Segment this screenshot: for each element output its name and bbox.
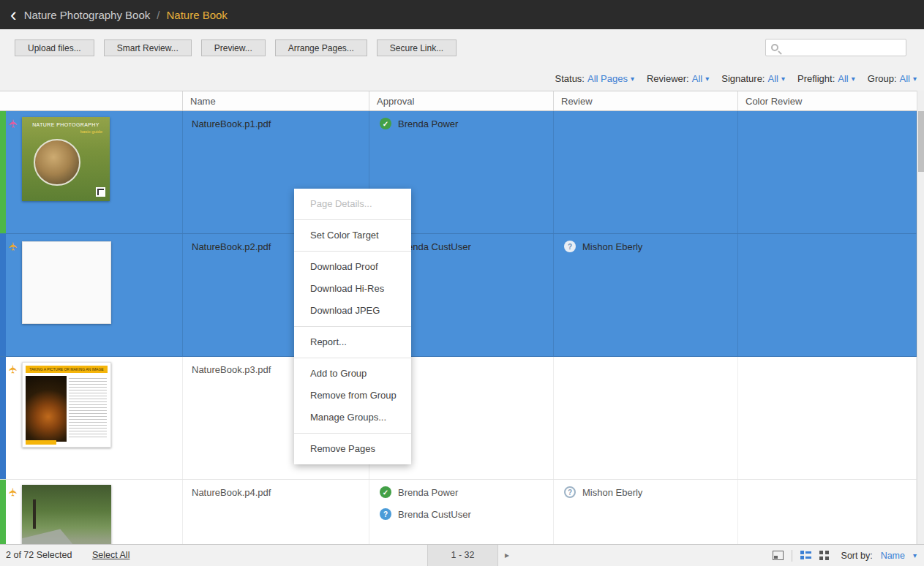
review-question-icon: ? <box>564 241 576 252</box>
breadcrumb-current: Nature Book <box>166 9 227 21</box>
park-path <box>22 529 91 544</box>
color-review-cell <box>738 234 917 356</box>
column-header-color-review[interactable]: Color Review <box>738 91 917 110</box>
filter-reviewer[interactable]: Reviewer: All ▾ <box>647 73 709 84</box>
filter-signature[interactable]: Signature: All ▾ <box>721 73 785 84</box>
scrollbar-thumb[interactable] <box>918 111 924 172</box>
color-review-cell <box>738 357 917 479</box>
page-thumbnail[interactable]: NATURE PHOTOGRAPHY basic guide <box>22 117 110 201</box>
search-icon <box>771 44 778 51</box>
statusbar-right-controls: Sort by: Name ▾ <box>773 545 917 566</box>
chevron-down-icon: ▾ <box>781 75 785 83</box>
breadcrumb-parent[interactable]: Nature Photography Book <box>24 9 151 21</box>
divider <box>792 550 792 562</box>
breadcrumb-separator: / <box>157 9 159 21</box>
column-header-approval[interactable]: Approval <box>369 91 554 110</box>
grid-view-icon[interactable] <box>819 551 829 560</box>
file-name: NatureBook.p1.pdf <box>183 111 271 129</box>
back-icon[interactable]: ‹ <box>10 1 17 28</box>
list-view-icon[interactable] <box>800 551 811 560</box>
selected-count: 2 of 72 Selected <box>6 545 72 566</box>
pages-table: Name Approval Review Color Review ✈ NATU… <box>0 91 917 544</box>
filter-signature-value: All <box>767 73 778 84</box>
search-input[interactable] <box>783 42 901 53</box>
toolbar-area: Upload files... Smart Review... Preview.… <box>0 29 924 91</box>
menu-item-download-proof[interactable]: Download Proof <box>294 256 411 278</box>
menu-item-remove-pages[interactable]: Remove Pages <box>294 438 411 460</box>
review-entry: ? Mishon Eberly <box>564 486 737 499</box>
table-body: ✈ NATURE PHOTOGRAPHY basic guide NatureB… <box>0 111 917 544</box>
approver-name: Brenda Power <box>398 118 458 129</box>
vertical-scrollbar[interactable] <box>917 91 924 544</box>
filter-group[interactable]: Group: All ▾ <box>868 73 917 84</box>
filter-reviewer-value: All <box>692 73 702 84</box>
filter-status[interactable]: Status: All Pages ▾ <box>555 73 634 84</box>
column-header-thumbnail <box>0 91 183 110</box>
chevron-down-icon: ▾ <box>852 75 855 83</box>
select-all-link[interactable]: Select All <box>92 545 129 566</box>
thumbnail-cell: ✈ TAKING A PICTURE OR MAKING AN IMAGE <box>0 357 183 479</box>
file-name: NatureBook.p2.pdf <box>183 234 271 252</box>
preview-panel-icon[interactable] <box>773 551 784 560</box>
thumbnail-cell: ✈ NATURE PHOTOGRAPHY basic guide <box>0 111 183 233</box>
thumbnail-headline: TAKING A PICTURE OR MAKING AN IMAGE <box>26 366 108 373</box>
review-cell: ? Mishon Eberly <box>554 480 738 544</box>
color-review-cell <box>738 480 917 544</box>
upload-files-button[interactable]: Upload files... <box>15 39 94 56</box>
filter-preflight[interactable]: Preflight: All ▾ <box>797 73 855 84</box>
page-thumbnail[interactable] <box>22 241 111 324</box>
review-entry: ? Mishon Eberly <box>564 240 737 253</box>
name-cell: NatureBook.p4.pdf <box>183 480 369 544</box>
secure-link-button[interactable]: Secure Link... <box>377 39 457 56</box>
arrange-pages-button[interactable]: Arrange Pages... <box>275 39 367 56</box>
thumbnail-cell: ✈ <box>0 234 183 356</box>
menu-item-manage-groups[interactable]: Manage Groups... <box>294 407 411 429</box>
table-row-p2[interactable]: ✈ NatureBook.p2.pdf ? Brenda CustUser ? <box>0 234 917 357</box>
filter-bar: Status: All Pages ▾ Reviewer: All ▾ Sign… <box>555 73 917 84</box>
table-row-p4[interactable]: ✈ NatureBook.p4.pdf ✓ Brenda Power ? <box>0 480 917 544</box>
sort-value[interactable]: Name <box>881 551 905 561</box>
plane-icon: ✈ <box>7 365 20 374</box>
pending-question-icon: ? <box>380 508 391 520</box>
color-review-cell <box>738 111 917 233</box>
table-row-p3[interactable]: ✈ TAKING A PICTURE OR MAKING AN IMAGE Na… <box>0 357 917 480</box>
file-name: NatureBook.p3.pdf <box>183 357 271 375</box>
column-header-review[interactable]: Review <box>554 91 738 110</box>
menu-item-download-jpeg[interactable]: Download JPEG <box>294 300 411 322</box>
menu-item-set-color-target[interactable]: Set Color Target <box>294 224 411 246</box>
page-thumbnail[interactable] <box>22 485 111 544</box>
menu-item-remove-from-group[interactable]: Remove from Group <box>294 385 411 407</box>
review-cell: ? Mishon Eberly <box>554 234 738 356</box>
thumbnail-text-lines <box>69 378 107 439</box>
owl-photo <box>34 139 80 186</box>
chevron-down-icon: ▾ <box>631 75 634 83</box>
page-thumbnail[interactable]: TAKING A PICTURE OR MAKING AN IMAGE <box>22 362 111 448</box>
search-box[interactable] <box>765 39 906 56</box>
topbar: ‹ Nature Photography Book / Nature Book <box>0 0 924 29</box>
approver-name: Brenda Power <box>398 487 458 498</box>
fox-photo <box>26 376 67 442</box>
approver-name: Brenda CustUser <box>398 509 471 520</box>
column-header-name[interactable]: Name <box>183 91 369 110</box>
plane-icon: ✈ <box>7 119 20 129</box>
status-strip <box>0 357 6 479</box>
filter-group-value: All <box>900 73 910 84</box>
toolbar-buttons: Upload files... Smart Review... Preview.… <box>15 39 457 56</box>
approved-check-icon: ✓ <box>380 486 391 498</box>
table-row-p1[interactable]: ✈ NATURE PHOTOGRAPHY basic guide NatureB… <box>0 111 917 234</box>
menu-item-download-hires[interactable]: Download Hi-Res <box>294 278 411 300</box>
approval-cell: ✓ Brenda Power ? Brenda CustUser <box>369 480 554 544</box>
thumbnail-title: NATURE PHOTOGRAPHY <box>22 122 110 127</box>
menu-item-add-to-group[interactable]: Add to Group <box>294 363 411 385</box>
preview-button[interactable]: Preview... <box>201 39 266 56</box>
page-range: 1 - 32 <box>427 545 498 566</box>
status-strip <box>0 234 6 356</box>
qr-code <box>96 187 105 197</box>
next-page-icon[interactable]: ▸ <box>505 545 509 566</box>
thumbnail-subtitle: basic guide <box>80 129 102 134</box>
menu-item-report[interactable]: Report... <box>294 331 411 353</box>
sort-by-label: Sort by: <box>841 551 873 561</box>
smart-review-button[interactable]: Smart Review... <box>104 39 192 56</box>
status-strip <box>0 111 6 233</box>
sort-caret-icon[interactable]: ▾ <box>913 551 917 559</box>
